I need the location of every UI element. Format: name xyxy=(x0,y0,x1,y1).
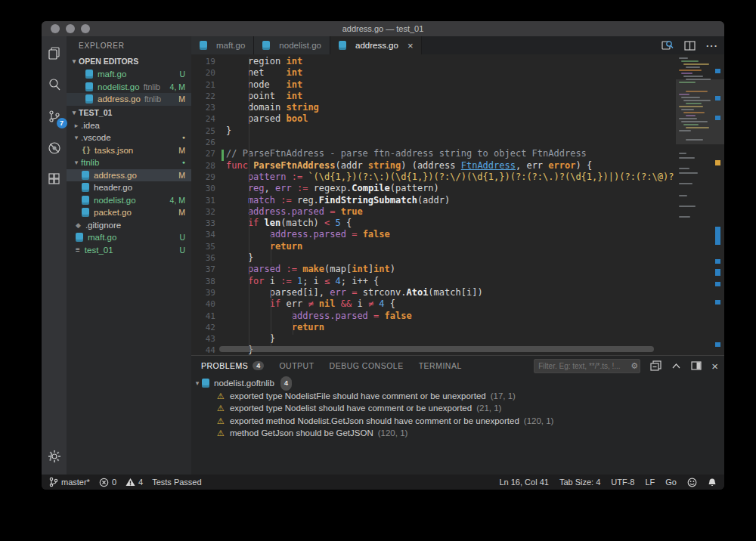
open-editor-item[interactable]: nodelist.goftnlib4, M xyxy=(67,81,191,94)
open-editor-item[interactable]: address.goftnlibM xyxy=(67,93,191,106)
status-warnings[interactable]: 4 xyxy=(125,478,143,487)
overview-mark-blue xyxy=(715,282,720,286)
git-status-badge: M xyxy=(178,206,185,219)
open-changes-icon[interactable] xyxy=(662,40,674,51)
activitybar-search[interactable] xyxy=(45,76,64,94)
git-status-badge: M xyxy=(178,93,185,106)
activitybar-explorer[interactable] xyxy=(45,44,64,62)
code-editor[interactable]: 19 region int20 net int21 node int22 poi… xyxy=(191,54,724,355)
tree-file-.gitignore[interactable]: ◆.gitignore xyxy=(67,219,191,232)
minimize-window-button[interactable] xyxy=(66,24,75,33)
code-line[interactable]: 23 domain string xyxy=(191,102,674,113)
code-line[interactable]: 31 match := reg.FindStringSubmatch(addr) xyxy=(191,195,674,206)
folder-name: .idea xyxy=(81,119,100,132)
tree-folder-ftnlib[interactable]: ▾ftnlib● xyxy=(67,156,191,169)
tree-file-header.go[interactable]: header.go xyxy=(67,181,191,194)
status-git-branch[interactable]: master* xyxy=(49,477,90,487)
panel-tab-output[interactable]: OUTPUT xyxy=(279,361,314,370)
status-tests[interactable]: Tests Passed xyxy=(152,478,201,487)
status-eol[interactable]: LF xyxy=(645,478,655,487)
chevron-up-icon[interactable] xyxy=(671,363,681,369)
status-right: Ln 16, Col 41Tab Size: 4UTF-8LFGo xyxy=(488,478,717,487)
folder-root-header[interactable]: ▾TEST_01 xyxy=(67,106,191,119)
code-text: address.parsed = false xyxy=(226,229,390,240)
code-line[interactable]: 40 if err ≠ nil && i ≠ 4 { xyxy=(191,298,674,310)
open-editor-item[interactable]: maft.goU xyxy=(67,68,191,81)
status-tab-size[interactable]: Tab Size: 4 xyxy=(559,478,600,487)
code-line[interactable]: 26 xyxy=(191,137,674,148)
file-name: .gitignore xyxy=(85,219,121,232)
problem-item[interactable]: ⚠method GetJson should be GetJSON(120, 1… xyxy=(191,427,724,440)
activitybar-source-control[interactable]: 7 xyxy=(45,107,64,125)
problems-file-group[interactable]: ▾nodelist.goftnlib4 xyxy=(191,377,724,390)
code-line[interactable]: 34 address.parsed = false xyxy=(191,229,674,240)
problem-item[interactable]: ⚠exported type Nodelist should have comm… xyxy=(191,402,724,415)
code-line[interactable]: 39 parsed[i], err = strconv.Atoi(match[i… xyxy=(191,287,674,298)
overview-mark-orange xyxy=(715,160,720,165)
open-editors-header[interactable]: ▾OPEN EDITORS xyxy=(67,54,191,68)
close-icon[interactable]: × xyxy=(407,41,414,51)
panel-tab-terminal[interactable]: TERMINAL xyxy=(419,361,462,370)
code-line[interactable]: 19 region int xyxy=(191,56,674,67)
tree-file-packet.go[interactable]: packet.goM xyxy=(67,206,191,219)
tree-folder-.vscode[interactable]: ▾.vscode● xyxy=(67,131,191,144)
go-file-icon xyxy=(76,233,83,242)
code-line[interactable]: 38 for i := 1; i ≤ 4; i++ { xyxy=(191,276,674,287)
code-line[interactable]: 43 } xyxy=(191,333,674,345)
status-language-mode[interactable]: Go xyxy=(665,478,677,487)
horizontal-scrollbar[interactable] xyxy=(219,346,654,352)
status-encoding[interactable]: UTF-8 xyxy=(611,478,634,487)
tree-file-address.go[interactable]: address.goM xyxy=(67,169,191,182)
code-line[interactable]: 25} xyxy=(191,125,674,137)
tree-folder-.idea[interactable]: ▸.idea xyxy=(67,119,191,132)
problem-message: method GetJson should be GetJSON xyxy=(230,427,373,440)
tab-maft.go[interactable]: maft.go xyxy=(191,36,254,54)
tree-file-maft.go[interactable]: maft.goU xyxy=(67,231,191,244)
maximize-window-button[interactable] xyxy=(81,24,90,33)
explorer-sidebar: EXPLORER ▾OPEN EDITORSmaft.goUnodelist.g… xyxy=(67,36,191,475)
minimap-line xyxy=(679,153,686,154)
tab-nodelist.go[interactable]: nodelist.go xyxy=(254,36,330,54)
panel-tab-label: PROBLEMS xyxy=(201,361,248,370)
code-line[interactable]: 24 parsed bool xyxy=(191,113,674,125)
filter-icon[interactable]: ⚙ xyxy=(631,361,638,371)
status-notifications[interactable] xyxy=(708,478,717,487)
code-line[interactable]: 21 node int xyxy=(191,79,674,91)
activitybar-debug[interactable] xyxy=(45,139,64,157)
activitybar-settings[interactable] xyxy=(45,447,64,465)
code-line[interactable]: 41 address.parsed = false xyxy=(191,311,674,322)
status-feedback[interactable] xyxy=(687,478,697,487)
code-line[interactable]: 22 point int xyxy=(191,91,674,102)
code-line[interactable]: 20 net int xyxy=(191,67,674,79)
code-line[interactable]: 35 return xyxy=(191,241,674,252)
collapse-all-icon[interactable] xyxy=(650,360,662,371)
code-line[interactable]: 32 address.parsed = true xyxy=(191,206,674,218)
problem-message: exported type NodelistFile should have c… xyxy=(230,390,486,403)
code-line[interactable]: 37 parsed := make(map[int]int) xyxy=(191,264,674,275)
tree-file-tasks.json[interactable]: {}tasks.jsonM xyxy=(67,144,191,157)
close-icon[interactable]: × xyxy=(711,360,718,373)
code-line[interactable]: 29 pattern := `(\d{1,})(?:\:)(\d{1,})(?:… xyxy=(191,172,674,183)
tab-label: maft.go xyxy=(216,41,245,50)
panel-tab-problems[interactable]: PROBLEMS4 xyxy=(201,361,264,370)
code-line[interactable]: 30 reg, err := regexp.Compile(pattern) xyxy=(191,183,674,194)
status-errors[interactable]: 0 xyxy=(99,478,116,487)
more-actions-icon[interactable]: ··· xyxy=(706,40,718,51)
code-line[interactable]: 28func ParseFtnAddress(addr string) (add… xyxy=(191,160,674,172)
panel-tab-debug-console[interactable]: DEBUG CONSOLE xyxy=(330,361,404,370)
status-cursor-position[interactable]: Ln 16, Col 41 xyxy=(499,478,548,487)
problem-item[interactable]: ⚠exported method Nodelist.GetJson should… xyxy=(191,415,724,428)
tree-file-nodelist.go[interactable]: nodelist.go4, M xyxy=(67,194,191,207)
tree-file-test_01[interactable]: ≡test_01U xyxy=(67,244,191,257)
code-line[interactable]: 27// ParseFtnAddress - parse ftn-address… xyxy=(191,148,674,159)
tab-address.go[interactable]: address.go× xyxy=(330,36,423,54)
code-line[interactable]: 42 return xyxy=(191,322,674,333)
close-window-button[interactable] xyxy=(51,24,60,33)
problems-filter-input[interactable] xyxy=(534,359,640,373)
split-editor-icon[interactable] xyxy=(684,41,696,51)
code-line[interactable]: 33 if len(match) < 5 { xyxy=(191,218,674,229)
activitybar-extensions[interactable] xyxy=(45,171,64,189)
code-line[interactable]: 36 } xyxy=(191,252,674,264)
panel-toggle-icon[interactable] xyxy=(691,361,702,370)
problem-item[interactable]: ⚠exported type NodelistFile should have … xyxy=(191,390,724,403)
